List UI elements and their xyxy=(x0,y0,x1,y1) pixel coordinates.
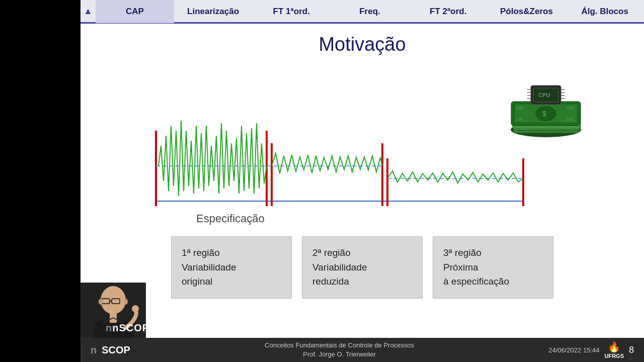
chart-container xyxy=(151,65,528,211)
svg-text:100: 100 xyxy=(516,117,523,122)
svg-point-40 xyxy=(99,299,103,305)
nav-arrow[interactable]: ▲ xyxy=(80,6,96,17)
nav-item-polos[interactable]: Pólos&Zeros xyxy=(488,0,566,23)
ufrgs-logo: 🔥 UFRGS xyxy=(604,341,624,359)
region-3-label: 3ª regiãoPróximaà especificação xyxy=(443,247,509,287)
svg-text:CPU: CPU xyxy=(538,92,550,98)
slide-area: Motivação xyxy=(80,24,644,338)
page-number: 8 xyxy=(629,345,634,355)
nav-item-alg[interactable]: Álg. Blocos xyxy=(566,0,644,23)
money-icon: $ 100 100 100 100 CPU xyxy=(503,70,589,146)
nscop-text: nnSCOP xyxy=(106,321,149,334)
nav-item-freq[interactable]: Freq. xyxy=(331,0,409,23)
ufrgs-flame-icon: 🔥 xyxy=(608,341,620,353)
svg-text:$: $ xyxy=(542,110,546,118)
boxes-row: 1ª regiãoVariabilidadeoriginal 2ª região… xyxy=(80,236,644,299)
course-name: Conceitos Fundamentais de Controle de Pr… xyxy=(265,341,414,350)
svg-point-41 xyxy=(124,299,128,305)
left-black-bar xyxy=(0,0,80,362)
region-box-2: 2ª regiãoVariabilidadereduzida xyxy=(302,236,423,299)
region-2-label: 2ª regiãoVariabilidadereduzida xyxy=(312,247,367,287)
professor-name: Prof. Jorge O. Trierweiler xyxy=(265,350,414,359)
svg-text:100: 100 xyxy=(566,117,574,122)
nav-item-linearizacao[interactable]: Linearização xyxy=(174,0,253,23)
svg-point-42 xyxy=(132,305,139,312)
bottom-left: nSCOP xyxy=(91,344,130,356)
nav-item-cap[interactable]: CAP xyxy=(96,0,174,23)
bottom-bar: nSCOP Conceitos Fundamentais de Controle… xyxy=(80,338,644,362)
ufrgs-text: UFRGS xyxy=(604,353,624,359)
bottom-center: Conceitos Fundamentais de Controle de Pr… xyxy=(265,341,414,359)
bottom-date: 24/06/2022 15:44 xyxy=(548,346,599,354)
svg-text:100: 100 xyxy=(516,106,523,111)
region-box-3: 3ª regiãoPróximaà especificação xyxy=(433,236,553,299)
svg-text:100: 100 xyxy=(566,106,574,111)
nav-item-ft1[interactable]: FT 1ªord. xyxy=(252,0,331,23)
bottom-right: 24/06/2022 15:44 🔥 UFRGS 8 xyxy=(548,341,634,359)
spec-label: Especificação xyxy=(196,212,644,225)
nav-item-ft2[interactable]: FT 2ªord. xyxy=(409,0,488,23)
region-1-label: 1ª regiãoVariabilidadeoriginal xyxy=(182,247,236,287)
top-navigation: ▲ CAP Linearização FT 1ªord. Freq. FT 2ª… xyxy=(80,0,644,24)
slide-title: Motivação xyxy=(80,24,644,60)
region-box-1: 1ª regiãoVariabilidadeoriginal xyxy=(171,236,292,299)
svg-point-35 xyxy=(101,286,126,314)
